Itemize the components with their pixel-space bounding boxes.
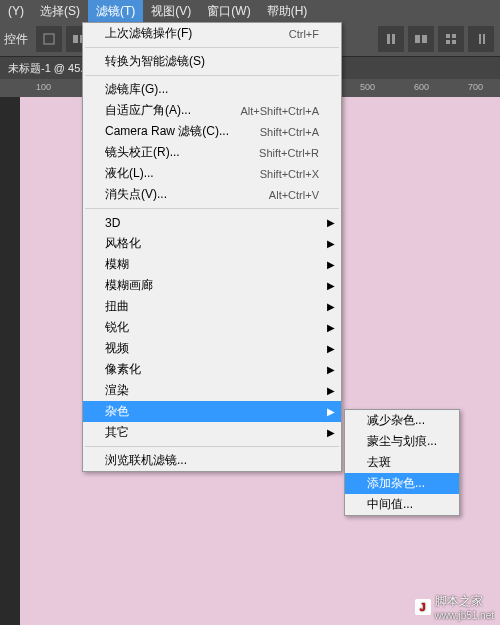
menu-view[interactable]: 视图(V) xyxy=(143,0,199,22)
menu-help[interactable]: 帮助(H) xyxy=(259,0,316,22)
menu-item[interactable]: 模糊▶ xyxy=(83,254,341,275)
watermark-name: 脚本之家 xyxy=(435,593,494,610)
menu-item-label: 自适应广角(A)... xyxy=(105,102,191,119)
menu-item[interactable]: 杂色▶ xyxy=(83,401,341,422)
menu-item[interactable]: 消失点(V)...Alt+Ctrl+V xyxy=(83,184,341,205)
chevron-right-icon: ▶ xyxy=(327,427,335,438)
chevron-right-icon: ▶ xyxy=(327,301,335,312)
menu-item-label: Camera Raw 滤镜(C)... xyxy=(105,123,229,140)
menu-item-label: 杂色 xyxy=(105,403,129,420)
menu-item-label: 渲染 xyxy=(105,382,129,399)
chevron-right-icon: ▶ xyxy=(327,259,335,270)
menu-separator xyxy=(85,208,339,209)
menu-item[interactable]: 转换为智能滤镜(S) xyxy=(83,51,341,72)
chevron-right-icon: ▶ xyxy=(327,364,335,375)
watermark: J 脚本之家 www.jb51.net xyxy=(415,593,494,621)
menu-shortcut: Shift+Ctrl+X xyxy=(260,168,319,180)
submenu-item-label: 中间值... xyxy=(367,496,413,513)
svg-rect-0 xyxy=(44,34,54,44)
menu-separator xyxy=(85,446,339,447)
menu-shortcut: Shift+Ctrl+R xyxy=(259,147,319,159)
menu-select[interactable]: 选择(S) xyxy=(32,0,88,22)
ruler-tick: 100 xyxy=(36,82,51,92)
menu-separator xyxy=(85,47,339,48)
svg-rect-5 xyxy=(415,35,420,43)
svg-rect-3 xyxy=(387,34,390,44)
submenu-item[interactable]: 减少杂色... xyxy=(345,410,459,431)
menu-y[interactable]: (Y) xyxy=(0,0,32,22)
menu-shortcut: Shift+Ctrl+A xyxy=(260,126,319,138)
menu-item[interactable]: 风格化▶ xyxy=(83,233,341,254)
ruler-tick: 500 xyxy=(360,82,375,92)
menu-item[interactable]: Camera Raw 滤镜(C)...Shift+Ctrl+A xyxy=(83,121,341,142)
menu-shortcut: Alt+Shift+Ctrl+A xyxy=(240,105,319,117)
menu-item-label: 其它 xyxy=(105,424,129,441)
tool-button[interactable] xyxy=(378,26,404,52)
menu-item[interactable]: 浏览联机滤镜... xyxy=(83,450,341,471)
menu-item-label: 3D xyxy=(105,216,120,230)
tool-button[interactable] xyxy=(438,26,464,52)
menu-item[interactable]: 镜头校正(R)...Shift+Ctrl+R xyxy=(83,142,341,163)
submenu-item-label: 去斑 xyxy=(367,454,391,471)
watermark-url: www.jb51.net xyxy=(435,610,494,621)
submenu-item-label: 减少杂色... xyxy=(367,412,425,429)
menu-item[interactable]: 扭曲▶ xyxy=(83,296,341,317)
chevron-right-icon: ▶ xyxy=(327,343,335,354)
menu-item-label: 镜头校正(R)... xyxy=(105,144,180,161)
menu-item[interactable]: 像素化▶ xyxy=(83,359,341,380)
submenu-item[interactable]: 中间值... xyxy=(345,494,459,515)
toolbar-label: 控件 xyxy=(4,31,28,48)
menu-shortcut: Ctrl+F xyxy=(289,28,319,40)
menu-item-label: 锐化 xyxy=(105,319,129,336)
menu-item-label: 消失点(V)... xyxy=(105,186,167,203)
tool-button[interactable] xyxy=(408,26,434,52)
chevron-right-icon: ▶ xyxy=(327,238,335,249)
menu-item-label: 液化(L)... xyxy=(105,165,154,182)
menu-item[interactable]: 自适应广角(A)...Alt+Shift+Ctrl+A xyxy=(83,100,341,121)
menu-item-label: 视频 xyxy=(105,340,129,357)
menu-item-label: 风格化 xyxy=(105,235,141,252)
chevron-right-icon: ▶ xyxy=(327,322,335,333)
menu-item[interactable]: 其它▶ xyxy=(83,422,341,443)
watermark-logo-icon: J xyxy=(415,599,431,615)
menu-item-label: 转换为智能滤镜(S) xyxy=(105,53,205,70)
submenu-item-label: 蒙尘与划痕... xyxy=(367,433,437,450)
menu-item[interactable]: 模糊画廊▶ xyxy=(83,275,341,296)
menu-item-label: 模糊 xyxy=(105,256,129,273)
svg-rect-4 xyxy=(392,34,395,44)
chevron-right-icon: ▶ xyxy=(327,406,335,417)
chevron-right-icon: ▶ xyxy=(327,280,335,291)
menubar: (Y) 选择(S) 滤镜(T) 视图(V) 窗口(W) 帮助(H) xyxy=(0,0,500,22)
tool-button[interactable] xyxy=(36,26,62,52)
menu-item[interactable]: 3D▶ xyxy=(83,212,341,233)
submenu-item[interactable]: 去斑 xyxy=(345,452,459,473)
menu-item-label: 像素化 xyxy=(105,361,141,378)
submenu-item[interactable]: 蒙尘与划痕... xyxy=(345,431,459,452)
menu-item-label: 扭曲 xyxy=(105,298,129,315)
menu-item-label: 模糊画廊 xyxy=(105,277,153,294)
menu-item[interactable]: 渲染▶ xyxy=(83,380,341,401)
menu-item-label: 滤镜库(G)... xyxy=(105,81,168,98)
menu-item[interactable]: 视频▶ xyxy=(83,338,341,359)
menu-item[interactable]: 上次滤镜操作(F)Ctrl+F xyxy=(83,23,341,44)
menu-filter[interactable]: 滤镜(T) xyxy=(88,0,143,22)
menu-item-label: 浏览联机滤镜... xyxy=(105,452,187,469)
menu-separator xyxy=(85,75,339,76)
menu-item-label: 上次滤镜操作(F) xyxy=(105,25,192,42)
menu-window[interactable]: 窗口(W) xyxy=(199,0,258,22)
menu-item[interactable]: 滤镜库(G)... xyxy=(83,79,341,100)
svg-rect-6 xyxy=(422,35,427,43)
submenu-item[interactable]: 添加杂色... xyxy=(345,473,459,494)
menu-item[interactable]: 锐化▶ xyxy=(83,317,341,338)
svg-rect-1 xyxy=(73,35,78,43)
svg-rect-10 xyxy=(452,40,456,44)
tool-button[interactable] xyxy=(468,26,494,52)
filter-dropdown: 上次滤镜操作(F)Ctrl+F转换为智能滤镜(S)滤镜库(G)...自适应广角(… xyxy=(82,22,342,472)
noise-submenu: 减少杂色...蒙尘与划痕...去斑添加杂色...中间值... xyxy=(344,409,460,516)
chevron-right-icon: ▶ xyxy=(327,217,335,228)
menu-shortcut: Alt+Ctrl+V xyxy=(269,189,319,201)
menu-item[interactable]: 液化(L)...Shift+Ctrl+X xyxy=(83,163,341,184)
svg-rect-7 xyxy=(446,34,450,38)
svg-rect-8 xyxy=(452,34,456,38)
ruler-tick: 700 xyxy=(468,82,483,92)
